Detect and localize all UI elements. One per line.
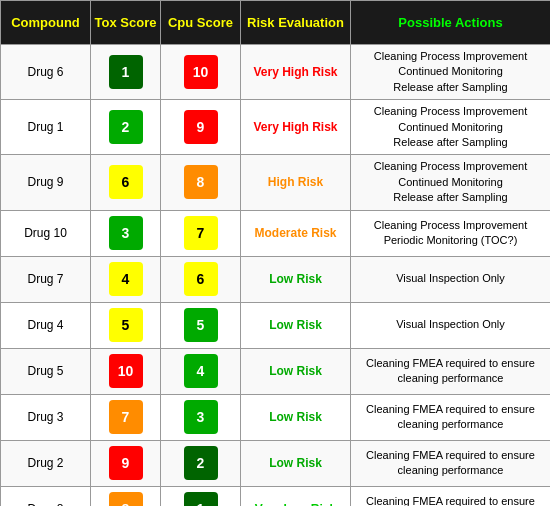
compound-cell: Drug 6 bbox=[1, 45, 91, 100]
header-cpu-score: Cpu Score bbox=[161, 1, 241, 45]
risk-evaluation-cell: Very High Risk bbox=[241, 100, 351, 155]
tox-score-cell: 9 bbox=[91, 440, 161, 486]
tox-score-badge: 2 bbox=[109, 110, 143, 144]
cpu-score-cell: 2 bbox=[161, 440, 241, 486]
compound-cell: Drug 3 bbox=[1, 394, 91, 440]
cpu-score-cell: 8 bbox=[161, 155, 241, 210]
cpu-score-cell: 9 bbox=[161, 100, 241, 155]
risk-label: High Risk bbox=[268, 175, 323, 189]
risk-label: Low Risk bbox=[269, 318, 322, 332]
risk-evaluation-cell: Low Risk bbox=[241, 348, 351, 394]
possible-actions-cell: Cleaning Process ImprovementContinued Mo… bbox=[351, 45, 551, 100]
table-row: Drug 455Low RiskVisual Inspection Only bbox=[1, 302, 551, 348]
cpu-score-badge: 9 bbox=[184, 110, 218, 144]
table-row: Drug 1037Moderate RiskCleaning Process I… bbox=[1, 210, 551, 256]
compound-cell: Drug 4 bbox=[1, 302, 91, 348]
table-row: Drug 881Very Low RiskCleaning FMEA requi… bbox=[1, 486, 551, 506]
tox-score-badge: 7 bbox=[109, 400, 143, 434]
tox-score-cell: 1 bbox=[91, 45, 161, 100]
possible-actions-cell: Cleaning FMEA required to ensurecleaning… bbox=[351, 394, 551, 440]
risk-label: Very High Risk bbox=[253, 120, 337, 134]
cpu-score-cell: 1 bbox=[161, 486, 241, 506]
tox-score-badge: 1 bbox=[109, 55, 143, 89]
compound-cell: Drug 10 bbox=[1, 210, 91, 256]
cpu-score-badge: 10 bbox=[184, 55, 218, 89]
possible-actions-cell: Cleaning Process ImprovementContinued Mo… bbox=[351, 155, 551, 210]
table-row: Drug 6110Very High RiskCleaning Process … bbox=[1, 45, 551, 100]
table-row: Drug 968High RiskCleaning Process Improv… bbox=[1, 155, 551, 210]
tox-score-badge: 10 bbox=[109, 354, 143, 388]
compound-cell: Drug 1 bbox=[1, 100, 91, 155]
compound-cell: Drug 9 bbox=[1, 155, 91, 210]
risk-label: Low Risk bbox=[269, 410, 322, 424]
risk-evaluation-cell: Moderate Risk bbox=[241, 210, 351, 256]
possible-actions-cell: Visual Inspection Only bbox=[351, 256, 551, 302]
risk-evaluation-table: Compound Tox Score Cpu Score Risk Evalua… bbox=[0, 0, 550, 506]
risk-evaluation-cell: Low Risk bbox=[241, 440, 351, 486]
cpu-score-badge: 2 bbox=[184, 446, 218, 480]
cpu-score-cell: 6 bbox=[161, 256, 241, 302]
tox-score-cell: 5 bbox=[91, 302, 161, 348]
risk-evaluation-cell: Low Risk bbox=[241, 302, 351, 348]
tox-score-cell: 7 bbox=[91, 394, 161, 440]
table-row: Drug 373Low RiskCleaning FMEA required t… bbox=[1, 394, 551, 440]
compound-cell: Drug 5 bbox=[1, 348, 91, 394]
risk-evaluation-cell: High Risk bbox=[241, 155, 351, 210]
possible-actions-cell: Visual Inspection Only bbox=[351, 302, 551, 348]
possible-actions-cell: Cleaning FMEA required to ensurecleaning… bbox=[351, 440, 551, 486]
cpu-score-cell: 5 bbox=[161, 302, 241, 348]
risk-label: Low Risk bbox=[269, 364, 322, 378]
tox-score-badge: 8 bbox=[109, 492, 143, 506]
tox-score-cell: 8 bbox=[91, 486, 161, 506]
compound-cell: Drug 2 bbox=[1, 440, 91, 486]
cpu-score-badge: 1 bbox=[184, 492, 218, 506]
risk-evaluation-cell: Very Low Risk bbox=[241, 486, 351, 506]
tox-score-badge: 9 bbox=[109, 446, 143, 480]
tox-score-badge: 5 bbox=[109, 308, 143, 342]
cpu-score-badge: 8 bbox=[184, 165, 218, 199]
tox-score-badge: 4 bbox=[109, 262, 143, 296]
table-row: Drug 292Low RiskCleaning FMEA required t… bbox=[1, 440, 551, 486]
cpu-score-badge: 7 bbox=[184, 216, 218, 250]
tox-score-cell: 10 bbox=[91, 348, 161, 394]
risk-label: Very Low Risk bbox=[255, 502, 336, 506]
header-compound: Compound bbox=[1, 1, 91, 45]
possible-actions-cell: Cleaning FMEA required to ensurecleaning… bbox=[351, 348, 551, 394]
cpu-score-cell: 3 bbox=[161, 394, 241, 440]
tox-score-cell: 6 bbox=[91, 155, 161, 210]
cpu-score-cell: 10 bbox=[161, 45, 241, 100]
table-row: Drug 746Low RiskVisual Inspection Only bbox=[1, 256, 551, 302]
cpu-score-badge: 3 bbox=[184, 400, 218, 434]
table-row: Drug 5104Low RiskCleaning FMEA required … bbox=[1, 348, 551, 394]
compound-cell: Drug 8 bbox=[1, 486, 91, 506]
header-risk-evaluation: Risk Evaluation bbox=[241, 1, 351, 45]
risk-label: Low Risk bbox=[269, 456, 322, 470]
tox-score-badge: 3 bbox=[109, 216, 143, 250]
risk-evaluation-cell: Low Risk bbox=[241, 394, 351, 440]
tox-score-cell: 3 bbox=[91, 210, 161, 256]
tox-score-cell: 4 bbox=[91, 256, 161, 302]
cpu-score-badge: 6 bbox=[184, 262, 218, 296]
risk-label: Very High Risk bbox=[253, 65, 337, 79]
tox-score-badge: 6 bbox=[109, 165, 143, 199]
cpu-score-badge: 5 bbox=[184, 308, 218, 342]
compound-cell: Drug 7 bbox=[1, 256, 91, 302]
header-tox-score: Tox Score bbox=[91, 1, 161, 45]
cpu-score-badge: 4 bbox=[184, 354, 218, 388]
possible-actions-cell: Cleaning Process ImprovementContinued Mo… bbox=[351, 100, 551, 155]
tox-score-cell: 2 bbox=[91, 100, 161, 155]
possible-actions-cell: Cleaning FMEA required to ensurecleaning… bbox=[351, 486, 551, 506]
cpu-score-cell: 4 bbox=[161, 348, 241, 394]
risk-label: Moderate Risk bbox=[254, 226, 336, 240]
possible-actions-cell: Cleaning Process ImprovementPeriodic Mon… bbox=[351, 210, 551, 256]
table-row: Drug 129Very High RiskCleaning Process I… bbox=[1, 100, 551, 155]
risk-evaluation-cell: Very High Risk bbox=[241, 45, 351, 100]
risk-evaluation-cell: Low Risk bbox=[241, 256, 351, 302]
cpu-score-cell: 7 bbox=[161, 210, 241, 256]
header-possible-actions: Possible Actions bbox=[351, 1, 551, 45]
risk-label: Low Risk bbox=[269, 272, 322, 286]
